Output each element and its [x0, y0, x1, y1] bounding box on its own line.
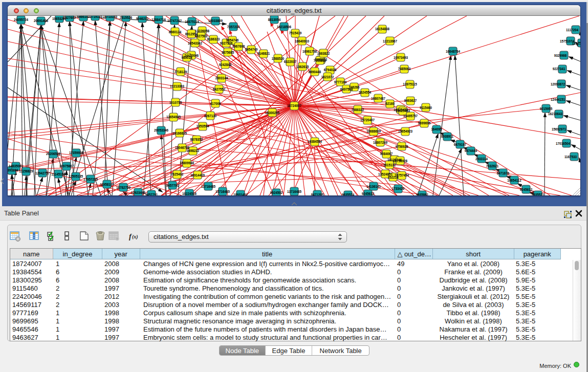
svg-text:16154838: 16154838: [375, 27, 390, 31]
svg-text:8660124: 8660124: [169, 30, 182, 34]
svg-text:10973493: 10973493: [394, 56, 408, 59]
svg-text:8471676: 8471676: [497, 171, 510, 175]
svg-text:8186323: 8186323: [207, 37, 220, 41]
svg-text:10757454: 10757454: [395, 173, 409, 177]
svg-text:12213383: 12213383: [170, 84, 185, 88]
svg-text:9329966: 9329966: [554, 54, 567, 57]
svg-text:19166825: 19166825: [172, 132, 187, 135]
svg-text:9854746: 9854746: [226, 38, 239, 42]
svg-text:8471205: 8471205: [311, 193, 324, 195]
svg-text:19654923: 19654923: [398, 129, 413, 133]
svg-text:20053346: 20053346: [154, 128, 169, 132]
svg-text:16961758: 16961758: [302, 50, 317, 53]
svg-text:8454749: 8454749: [245, 48, 258, 51]
svg-text:9245612: 9245612: [362, 192, 375, 195]
svg-text:1010755: 1010755: [169, 101, 182, 104]
svg-text:1663822: 1663822: [317, 52, 330, 55]
svg-text:2967608: 2967608: [232, 45, 245, 48]
svg-text:9146821: 9146821: [257, 52, 270, 55]
svg-text:1362615: 1362615: [296, 65, 309, 69]
svg-text:164095: 164095: [431, 127, 442, 131]
svg-text:30975867: 30975867: [59, 164, 74, 168]
svg-text:7515419: 7515419: [289, 31, 302, 35]
svg-text:62160: 62160: [385, 102, 395, 105]
svg-text:12213967: 12213967: [383, 39, 398, 43]
svg-text:18300295: 18300295: [265, 111, 280, 115]
svg-text:16713155: 16713155: [103, 16, 118, 18]
svg-text:18640910: 18640910: [295, 39, 310, 43]
svg-text:8938911: 8938911: [441, 135, 454, 138]
svg-text:13716485: 13716485: [287, 190, 302, 193]
svg-text:9215955: 9215955: [540, 107, 553, 111]
svg-text:1621072: 1621072: [321, 75, 334, 79]
svg-text:9463627: 9463627: [404, 99, 417, 102]
svg-text:10224516: 10224516: [182, 192, 197, 195]
svg-text:15692971: 15692971: [552, 127, 567, 131]
svg-text:9084067: 9084067: [380, 152, 393, 156]
svg-text:3875685: 3875685: [222, 51, 234, 54]
svg-text:8427552: 8427552: [213, 87, 226, 91]
svg-text:9242848: 9242848: [219, 63, 232, 67]
svg-text:6322037: 6322037: [284, 60, 297, 63]
svg-text:9635571: 9635571: [532, 193, 545, 195]
svg-text:20206536: 20206536: [46, 152, 61, 156]
svg-text:7632621: 7632621: [486, 164, 499, 168]
svg-text:24055724: 24055724: [14, 18, 29, 21]
svg-text:10747242: 10747242: [167, 19, 182, 23]
svg-text:14136141: 14136141: [366, 185, 381, 188]
svg-text:16543342: 16543342: [188, 41, 203, 45]
svg-text:6794028: 6794028: [324, 68, 337, 72]
svg-text:15720407: 15720407: [360, 118, 375, 122]
svg-text:7625402: 7625402: [171, 172, 184, 176]
svg-text:8813054: 8813054: [268, 18, 281, 21]
svg-text:12505135: 12505135: [69, 174, 83, 178]
svg-text:9827503: 9827503: [195, 34, 208, 38]
svg-text:10756928: 10756928: [393, 159, 408, 163]
svg-text:15809948: 15809948: [180, 161, 194, 165]
svg-text:18807249: 18807249: [373, 141, 388, 144]
svg-text:7485063: 7485063: [398, 67, 411, 71]
svg-text:1327602: 1327602: [63, 16, 76, 19]
svg-text:7986322: 7986322: [352, 108, 364, 112]
svg-text:2718129: 2718129: [175, 70, 187, 74]
svg-text:1117204: 1117204: [566, 28, 578, 32]
svg-text:3498222: 3498222: [187, 149, 200, 152]
svg-text:9777169: 9777169: [334, 80, 347, 84]
svg-text:10807487: 10807487: [371, 97, 386, 100]
svg-text:1733426: 1733426: [392, 187, 405, 190]
svg-text:7515526: 7515526: [120, 16, 133, 19]
svg-text:7955812: 7955812: [314, 59, 326, 62]
svg-text:19218506: 19218506: [277, 25, 292, 29]
svg-text:8678352: 8678352: [190, 138, 203, 141]
svg-text:16648784: 16648784: [446, 50, 461, 53]
svg-text:7357234: 7357234: [227, 25, 240, 29]
svg-text:13495757: 13495757: [403, 114, 418, 118]
svg-text:3391194: 3391194: [8, 168, 18, 172]
svg-text:1312546: 1312546: [572, 41, 580, 45]
svg-text:20691406: 20691406: [34, 19, 49, 23]
svg-text:13975115: 13975115: [403, 82, 417, 86]
svg-text:1353594: 1353594: [197, 124, 209, 128]
svg-text:3624554: 3624554: [359, 91, 372, 94]
svg-text:18724007: 18724007: [287, 104, 302, 107]
svg-text:19384554: 19384554: [308, 140, 322, 143]
svg-text:16782759: 16782759: [116, 186, 131, 189]
svg-text:15716485: 15716485: [215, 190, 230, 193]
svg-text:2933114: 2933114: [475, 157, 488, 161]
svg-text:11145194: 11145194: [51, 172, 66, 176]
svg-text:16033809: 16033809: [208, 19, 223, 23]
svg-text:746266: 746266: [349, 85, 360, 89]
svg-text:17359936: 17359936: [69, 151, 84, 155]
svg-text:12923448: 12923448: [131, 191, 146, 194]
svg-text:10931402: 10931402: [233, 193, 248, 195]
svg-text:9756928: 9756928: [396, 145, 408, 148]
svg-text:9046231: 9046231: [136, 17, 149, 20]
svg-text:13654945: 13654945: [166, 115, 181, 119]
svg-text:9245612: 9245612: [520, 188, 533, 191]
svg-text:17957235: 17957235: [83, 178, 98, 181]
svg-text:9635574: 9635574: [342, 193, 355, 195]
svg-text:9935861: 9935861: [416, 193, 429, 195]
svg-text:8990448: 8990448: [309, 70, 321, 74]
svg-text:9457791: 9457791: [145, 193, 158, 195]
svg-text:9457791: 9457791: [166, 184, 179, 187]
